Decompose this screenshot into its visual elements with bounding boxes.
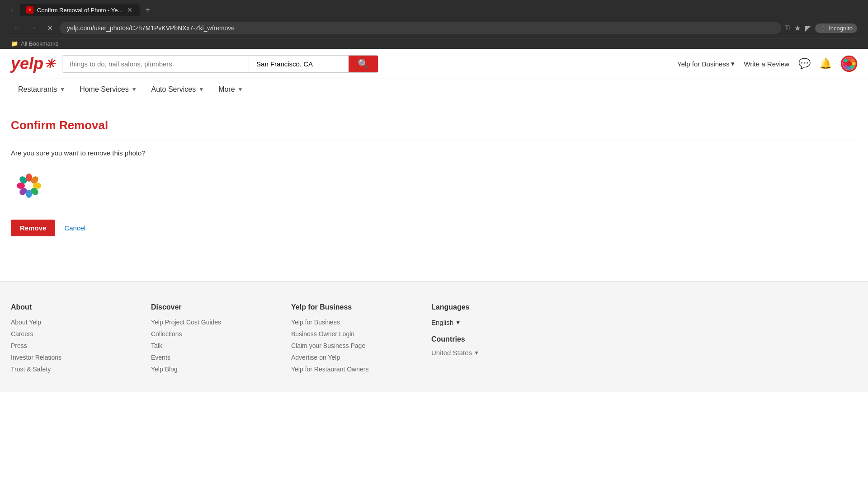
- svg-point-5: [850, 65, 854, 69]
- address-bar[interactable]: yelp.com/user_photos/Czh7M1PvKVPbNXx7-Zk…: [60, 22, 781, 34]
- write-review-link[interactable]: Write a Review: [744, 60, 789, 68]
- nav-bar: Restaurants ▼ Home Services ▼ Auto Servi…: [0, 79, 868, 100]
- photo-thumbnail: [11, 168, 47, 204]
- svg-point-9: [844, 59, 848, 62]
- svg-point-2: [847, 57, 851, 61]
- search-button[interactable]: 🔍: [349, 56, 378, 72]
- footer-link-yelp-for-business[interactable]: Yelp for Business: [291, 319, 413, 326]
- yelp-logo-text: yelp: [11, 54, 43, 73]
- footer: About About Yelp Careers Press Investor …: [0, 281, 868, 392]
- country-selector[interactable]: United States ▼: [431, 349, 479, 357]
- footer-languages-title: Languages: [431, 303, 553, 311]
- svg-point-7: [844, 65, 848, 69]
- footer-link-business-owner-login[interactable]: Business Owner Login: [291, 330, 413, 338]
- footer-link-careers[interactable]: Careers: [11, 330, 133, 338]
- tab-favicon: Y: [26, 6, 33, 14]
- split-icon[interactable]: ◤: [805, 24, 811, 33]
- home-services-chevron-icon: ▼: [132, 86, 137, 93]
- footer-business-section: Yelp for Business Yelp for Business Busi…: [291, 303, 413, 377]
- nav-more[interactable]: More ▼: [211, 79, 250, 100]
- footer-link-investor-relations[interactable]: Investor Relations: [11, 354, 133, 361]
- footer-link-talk[interactable]: Talk: [151, 342, 273, 349]
- url-text: yelp.com/user_photos/Czh7M1PvKVPbNXx7-Zk…: [67, 24, 235, 32]
- footer-link-restaurant-owners[interactable]: Yelp for Restaurant Owners: [291, 366, 413, 373]
- cancel-link[interactable]: Cancel: [64, 224, 85, 232]
- yelp-logo-burst-icon: ✳: [44, 56, 55, 71]
- bookmarks-bar: 📁 All Bookmarks: [5, 38, 863, 49]
- tab-title: Confirm Removal of Photo - Ye...: [37, 7, 123, 14]
- back-btn[interactable]: ←: [11, 22, 24, 34]
- nav-restaurants[interactable]: Restaurants ▼: [11, 79, 72, 100]
- confirm-question: Are you sure you want to remove this pho…: [11, 149, 857, 157]
- footer-link-yelp-blog[interactable]: Yelp Blog: [151, 366, 273, 373]
- new-tab-btn[interactable]: +: [142, 4, 154, 16]
- eye-off-icon[interactable]: 👁̸: [785, 24, 790, 32]
- svg-point-3: [850, 59, 854, 62]
- more-chevron-icon: ▼: [238, 86, 243, 93]
- footer-link-claim-business[interactable]: Claim your Business Page: [291, 342, 413, 349]
- country-chevron-icon: ▼: [474, 350, 479, 356]
- main-content: Confirm Removal Are you sure you want to…: [0, 100, 868, 281]
- action-buttons: Remove Cancel: [11, 220, 857, 236]
- footer-link-events[interactable]: Events: [151, 354, 273, 361]
- footer-discover-section: Discover Yelp Project Cost Guides Collec…: [151, 303, 273, 377]
- folder-icon: 📁: [11, 40, 18, 47]
- footer-about-section: About About Yelp Careers Press Investor …: [11, 303, 133, 377]
- messages-icon[interactable]: 💬: [798, 58, 811, 70]
- yelp-for-business-link[interactable]: Yelp for Business ▾: [677, 60, 735, 68]
- footer-link-advertise[interactable]: Advertise on Yelp: [291, 354, 413, 361]
- remove-button[interactable]: Remove: [11, 220, 55, 236]
- incognito-badge: 🕴 Incognito: [815, 23, 857, 33]
- tab-prev-btn[interactable]: ›: [5, 4, 18, 16]
- footer-link-collections[interactable]: Collections: [151, 330, 273, 338]
- footer-link-press[interactable]: Press: [11, 342, 133, 349]
- incognito-label: Incognito: [829, 25, 853, 32]
- footer-link-about-yelp[interactable]: About Yelp: [11, 319, 133, 326]
- tab-bar: › Y Confirm Removal of Photo - Ye... ✕ +: [5, 4, 863, 16]
- page-title: Confirm Removal: [11, 118, 857, 140]
- yelp-for-business-label: Yelp for Business: [677, 60, 729, 68]
- browser-toolbar: ← → ✕ yelp.com/user_photos/Czh7M1PvKVPbN…: [5, 19, 863, 38]
- forward-btn[interactable]: →: [27, 22, 40, 34]
- svg-point-18: [25, 182, 33, 189]
- active-tab[interactable]: Y Confirm Removal of Photo - Ye... ✕: [20, 4, 140, 16]
- footer-link-cost-guides[interactable]: Yelp Project Cost Guides: [151, 319, 273, 326]
- footer-discover-title: Discover: [151, 303, 273, 311]
- language-chevron-icon: ▼: [455, 319, 461, 326]
- bookmarks-label: All Bookmarks: [21, 40, 58, 47]
- tab-close-btn[interactable]: ✕: [126, 6, 133, 14]
- browser-chrome: › Y Confirm Removal of Photo - Ye... ✕ +…: [0, 0, 868, 49]
- incognito-icon: 🕴: [820, 25, 827, 32]
- search-where-input[interactable]: [249, 56, 349, 72]
- restaurants-chevron-icon: ▼: [60, 86, 65, 93]
- countries-title: Countries: [431, 335, 553, 343]
- nav-home-services[interactable]: Home Services ▼: [72, 79, 144, 100]
- user-avatar[interactable]: [841, 56, 857, 72]
- notifications-icon[interactable]: 🔔: [820, 58, 832, 70]
- search-what-input[interactable]: [62, 56, 249, 72]
- reload-btn[interactable]: ✕: [43, 22, 56, 34]
- svg-point-8: [843, 62, 846, 66]
- search-bar: 🔍: [62, 55, 378, 73]
- toolbar-actions: 👁̸ ★ ◤ 🕴 Incognito: [785, 23, 857, 33]
- svg-point-6: [847, 66, 851, 70]
- yelp-logo[interactable]: yelp ✳: [11, 54, 55, 73]
- auto-services-chevron-icon: ▼: [198, 86, 204, 93]
- yelp-header: yelp ✳ 🔍 Yelp for Business ▾ Write a Rev…: [0, 49, 868, 79]
- language-selector[interactable]: English ▼: [431, 319, 461, 326]
- current-language: English: [431, 319, 453, 326]
- footer-business-title: Yelp for Business: [291, 303, 413, 311]
- svg-point-4: [852, 62, 855, 66]
- nav-auto-services[interactable]: Auto Services ▼: [144, 79, 212, 100]
- photo-preview: [11, 168, 857, 205]
- header-actions: Yelp for Business ▾ Write a Review 💬 🔔: [677, 56, 857, 72]
- search-icon: 🔍: [358, 58, 369, 69]
- footer-about-title: About: [11, 303, 133, 311]
- yelp-for-business-chevron: ▾: [731, 60, 735, 68]
- footer-grid: About About Yelp Careers Press Investor …: [11, 303, 553, 377]
- current-country: United States: [431, 349, 472, 357]
- footer-link-trust-safety[interactable]: Trust & Safety: [11, 366, 133, 373]
- footer-languages-section: Languages English ▼ Countries United Sta…: [431, 303, 553, 377]
- bookmark-icon[interactable]: ★: [794, 24, 801, 33]
